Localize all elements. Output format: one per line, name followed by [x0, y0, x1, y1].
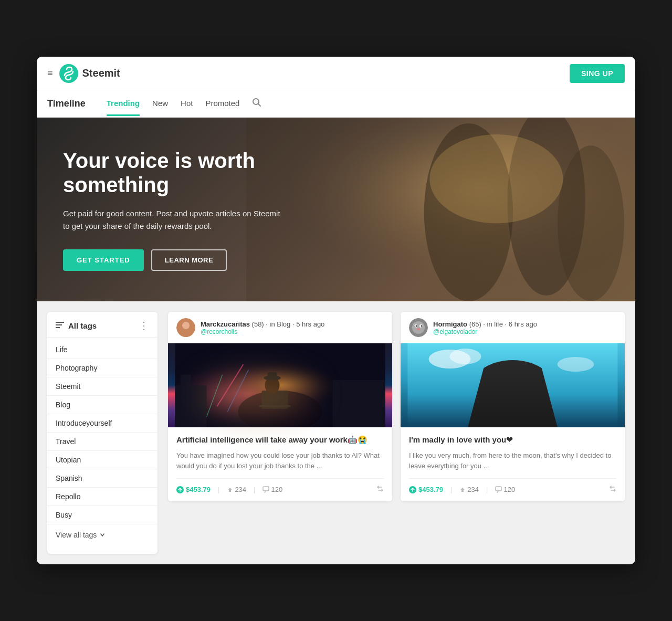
svg-rect-45 [517, 383, 536, 409]
post-reward-1[interactable]: $453.79 [176, 486, 211, 493]
upvote-icon-2 [459, 487, 466, 493]
svg-point-22 [265, 377, 280, 394]
svg-rect-9 [56, 327, 60, 328]
post-title-2: I'm madly in love with you❤ [409, 435, 616, 445]
post-reward-value-1: $453.79 [186, 486, 211, 493]
post-body-1: Artificial intelligence will take away y… [168, 427, 392, 501]
post-excerpt-2: I like you very much, from here to the m… [409, 450, 616, 471]
post-author-rep-2: (65) [469, 320, 481, 328]
post-username-2[interactable]: @elgatovolador [433, 328, 537, 335]
sidebar-title: All tags [56, 321, 97, 330]
post-card-1: Marckzucaritas (58) · in Blog · 5 hrs ag… [168, 312, 392, 501]
post-excerpt-1: You have imagined how you could lose you… [176, 450, 384, 471]
post-reward-value-2: $453.79 [418, 486, 443, 493]
hero-subtitle: Get paid for good content. Post and upvo… [63, 207, 284, 233]
browser-window: ≡ Steemit SING UP Timeline Trending New … [37, 57, 635, 564]
svg-rect-17 [181, 375, 191, 427]
sidebar-item-photography[interactable]: Photography [47, 359, 158, 377]
reward-arrow-up-icon [176, 486, 184, 493]
post-reward-2[interactable]: $453.79 [409, 486, 443, 493]
svg-rect-8 [56, 324, 62, 325]
get-started-button[interactable]: GET STARTED [63, 249, 144, 271]
repost-icon-2 [609, 485, 616, 492]
repost-icon-2[interactable] [609, 485, 616, 494]
post-votes-value-2: 234 [467, 486, 479, 493]
sidebar-item-blog[interactable]: Blog [47, 396, 158, 414]
svg-rect-20 [262, 391, 288, 409]
tab-new[interactable]: New [152, 99, 168, 109]
hamburger-menu-icon[interactable]: ≡ [47, 68, 53, 79]
post-header-2: Hormigato (65) · in life · 6 hrs ago @el… [401, 312, 625, 343]
post-upvotes-2[interactable]: 234 [459, 486, 479, 493]
svg-rect-21 [259, 405, 291, 407]
logo-text: Steemit [82, 67, 120, 79]
steemit-logo-icon [59, 64, 78, 83]
post-comments-value-2: 120 [503, 486, 515, 493]
tab-promoted[interactable]: Promoted [205, 99, 239, 109]
sidebar-item-introduceyourself[interactable]: Introduceyourself [47, 414, 158, 433]
post-time-2: 6 hrs ago [509, 320, 537, 328]
post-stats-2: $453.79 | 234 | [409, 478, 616, 494]
svg-point-19 [238, 391, 322, 427]
comment-icon [262, 486, 269, 493]
avatar-2 [409, 318, 428, 337]
sidebar-item-utopian[interactable]: Utopian [47, 451, 158, 469]
sidebar-item-spanish[interactable]: Spanish [47, 469, 158, 488]
svg-rect-47 [496, 487, 501, 491]
svg-point-36 [417, 328, 420, 330]
post-comments-1[interactable]: 120 [262, 486, 282, 493]
header-left: ≡ Steemit [47, 64, 120, 83]
post-meta-1: Marckzucaritas (58) · in Blog · 5 hrs ag… [201, 320, 324, 335]
svg-point-40 [558, 357, 594, 372]
logo[interactable]: Steemit [59, 64, 120, 83]
sidebar-item-busy[interactable]: Busy [47, 506, 158, 524]
learn-more-button[interactable]: LEARN MORE [151, 249, 227, 271]
chevron-down-icon [100, 532, 105, 538]
upvote-icon [227, 487, 233, 493]
post-in-tag-1: in Blog [270, 320, 291, 328]
post-card-2: Hormigato (65) · in life · 6 hrs ago @el… [401, 312, 625, 501]
post-header-1: Marckzucaritas (58) · in Blog · 5 hrs ag… [168, 312, 392, 343]
sidebar: All tags ⋮ Life Photography Steemit Blog… [47, 312, 158, 554]
post-meta-2: Hormigato (65) · in life · 6 hrs ago @el… [433, 320, 537, 335]
search-icon[interactable] [252, 98, 261, 110]
view-all-tags-link[interactable]: View all tags [47, 524, 158, 545]
svg-point-11 [182, 322, 190, 329]
filter-icon [56, 322, 64, 329]
posts-area: Marckzucaritas (58) · in Blog · 5 hrs ag… [168, 312, 625, 554]
tab-hot[interactable]: Hot [181, 99, 193, 109]
hero-buttons: GET STARTED LEARN MORE [63, 249, 284, 271]
post-upvotes-1[interactable]: 234 [227, 486, 246, 493]
comment-icon-2 [495, 486, 502, 493]
tab-trending[interactable]: Trending [107, 99, 140, 109]
svg-rect-7 [56, 322, 64, 323]
post-username-1[interactable]: @recorcholis [201, 328, 324, 335]
post-image-1 [168, 343, 392, 427]
post-author-rep-1: (58) [252, 320, 264, 328]
svg-point-23 [264, 375, 281, 381]
sidebar-item-repollo[interactable]: Repollo [47, 488, 158, 506]
svg-point-6 [429, 134, 563, 223]
svg-rect-43 [491, 380, 496, 409]
post-comments-2[interactable]: 120 [495, 486, 515, 493]
sidebar-more-icon[interactable]: ⋮ [139, 320, 149, 331]
sidebar-item-travel[interactable]: Travel [47, 433, 158, 451]
avatar-1 [176, 318, 195, 337]
sidebar-title-text: All tags [68, 321, 97, 330]
repost-icon-1[interactable] [376, 485, 384, 494]
sidebar-item-steemit[interactable]: Steemit [47, 377, 158, 396]
svg-rect-24 [268, 372, 277, 380]
repost-icon [376, 485, 384, 492]
hero-banner: Your voice is worth something Get paid f… [37, 118, 635, 301]
nav-title: Timeline [47, 98, 86, 109]
svg-rect-29 [263, 487, 269, 491]
view-all-tags-text: View all tags [56, 531, 97, 539]
hero-content: Your voice is worth something Get paid f… [37, 128, 310, 292]
svg-point-5 [558, 145, 624, 301]
post-in-tag-2: in life [487, 320, 503, 328]
post-votes-value-1: 234 [235, 486, 246, 493]
hero-title: Your voice is worth something [63, 149, 284, 197]
signup-button[interactable]: SING UP [570, 64, 625, 83]
svg-point-39 [450, 349, 481, 364]
sidebar-item-life[interactable]: Life [47, 341, 158, 359]
